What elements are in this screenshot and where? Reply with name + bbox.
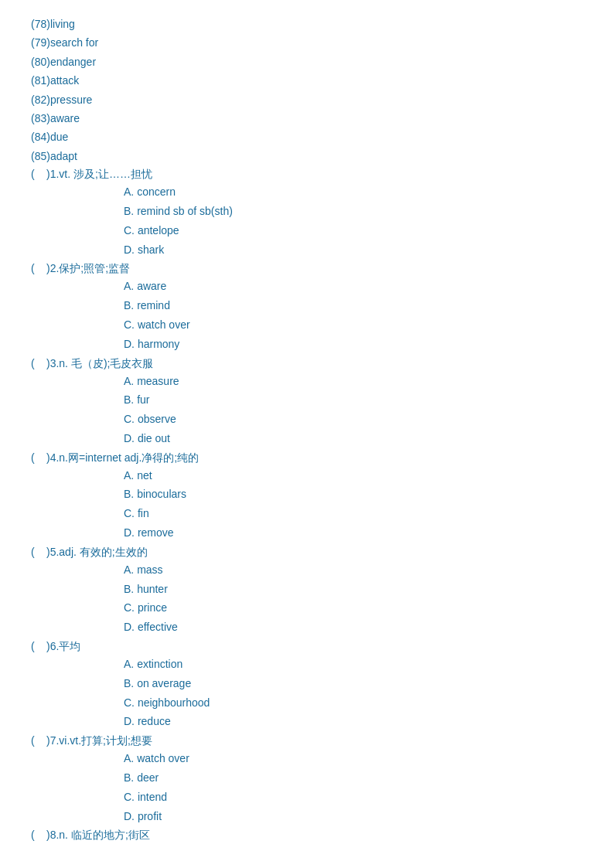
- q6-paren-left: (: [31, 640, 46, 652]
- q2-option-c: C. watch over: [124, 316, 583, 335]
- vocab-text-83: aware: [50, 112, 80, 124]
- vocab-label-85: (85): [31, 150, 50, 162]
- vocab-label-84: (84): [31, 131, 50, 143]
- question-3: ( )3.n. 毛（皮);毛皮衣服 A. measure B. fur C. o…: [31, 357, 583, 448]
- q4-option-d: D. remove: [124, 524, 583, 543]
- q7-option-d: D. profit: [124, 808, 583, 826]
- vocab-item-82: (82)pressure: [31, 91, 583, 108]
- vocab-item-81: (81)attack: [31, 72, 583, 89]
- q7-header: )7.vi.vt.打算;计划;想要: [46, 734, 152, 748]
- question-2: ( )2.保护;照管;监督 A. aware B. remind C. watc…: [31, 262, 583, 353]
- q5-option-c: C. prince: [124, 599, 583, 618]
- vocab-label-79: (79): [31, 36, 50, 49]
- q5-option-b: B. hunter: [124, 580, 583, 599]
- q8-paren-left: (: [31, 829, 46, 841]
- question-1: ( )1.vt. 涉及;让……担忧 A. concern B. remind s…: [31, 168, 583, 259]
- q3-option-a: A. measure: [124, 373, 583, 391]
- vocab-text-81: attack: [50, 74, 79, 87]
- question-6: ( )6.平均 A. extinction B. on average C. n…: [31, 640, 583, 731]
- question-7: ( )7.vi.vt.打算;计划;想要 A. watch over B. dee…: [31, 734, 583, 825]
- q4-option-a: A. net: [124, 467, 583, 485]
- q7-option-b: B. deer: [124, 769, 583, 788]
- question-8: ( )8.n. 临近的地方;街区: [31, 829, 583, 842]
- q5-header: )5.adj. 有效的;生效的: [46, 546, 148, 560]
- vocab-label-78: (78): [31, 18, 50, 30]
- question-5: ( )5.adj. 有效的;生效的 A. mass B. hunter C. p…: [31, 546, 583, 637]
- q4-option-b: B. binoculars: [124, 485, 583, 504]
- vocab-text-85: adapt: [50, 150, 77, 162]
- q2-option-a: A. aware: [124, 277, 583, 296]
- q6-option-a: A. extinction: [124, 655, 583, 674]
- q3-option-c: C. observe: [124, 410, 583, 429]
- q4-header: )4.n.网=internet adj.净得的;纯的: [46, 451, 199, 465]
- q5-option-d: D. effective: [124, 618, 583, 637]
- q1-header: )1.vt. 涉及;让……担忧: [46, 168, 152, 182]
- questions-section: ( )1.vt. 涉及;让……担忧 A. concern B. remind s…: [31, 168, 583, 842]
- q3-option-d: D. die out: [124, 430, 583, 448]
- q6-option-d: D. reduce: [124, 713, 583, 731]
- q3-header: )3.n. 毛（皮);毛皮衣服: [46, 357, 153, 371]
- q6-header: )6.平均: [46, 640, 108, 654]
- vocab-label-81: (81): [31, 74, 50, 87]
- q7-option-a: A. watch over: [124, 750, 583, 768]
- vocab-item-78: (78)living: [31, 15, 583, 32]
- vocab-item-79: (79)search for: [31, 34, 583, 51]
- q2-option-d: D. harmony: [124, 335, 583, 354]
- q2-option-b: B. remind: [124, 297, 583, 315]
- vocab-text-80: endanger: [50, 56, 96, 68]
- q5-paren-left: (: [31, 546, 46, 558]
- q2-paren-left: (: [31, 262, 46, 274]
- q1-paren-left: (: [31, 168, 46, 180]
- q6-option-b: B. on average: [124, 675, 583, 693]
- q7-option-c: C. intend: [124, 788, 583, 807]
- q4-option-c: C. fin: [124, 505, 583, 523]
- q1-option-a: A. concern: [124, 183, 583, 202]
- q1-option-b: B. remind sb of sb(sth): [124, 203, 583, 221]
- q7-paren-left: (: [31, 734, 46, 747]
- q3-paren-left: (: [31, 357, 46, 369]
- vocab-text-79: search for: [50, 36, 98, 49]
- vocab-item-80: (80)endanger: [31, 53, 583, 70]
- vocab-text-82: pressure: [50, 94, 92, 106]
- q1-option-c: C. antelope: [124, 222, 583, 240]
- vocab-section: (78)living (79)search for (80)endanger (…: [31, 15, 583, 165]
- q6-option-c: C. neighbourhood: [124, 694, 583, 713]
- q5-option-a: A. mass: [124, 561, 583, 580]
- vocab-item-85: (85)adapt: [31, 148, 583, 165]
- vocab-label-83: (83): [31, 112, 50, 124]
- vocab-text-84: due: [50, 131, 68, 143]
- q2-header: )2.保护;照管;监督: [46, 262, 130, 276]
- vocab-item-83: (83)aware: [31, 110, 583, 127]
- vocab-item-84: (84)due: [31, 128, 583, 145]
- vocab-text-78: living: [50, 18, 75, 30]
- q8-header: )8.n. 临近的地方;街区: [46, 829, 150, 842]
- vocab-label-82: (82): [31, 94, 50, 106]
- vocab-label-80: (80): [31, 56, 50, 68]
- q3-option-b: B. fur: [124, 391, 583, 410]
- question-4: ( )4.n.网=internet adj.净得的;纯的 A. net B. b…: [31, 451, 583, 543]
- q1-option-d: D. shark: [124, 241, 583, 260]
- q4-paren-left: (: [31, 451, 46, 464]
